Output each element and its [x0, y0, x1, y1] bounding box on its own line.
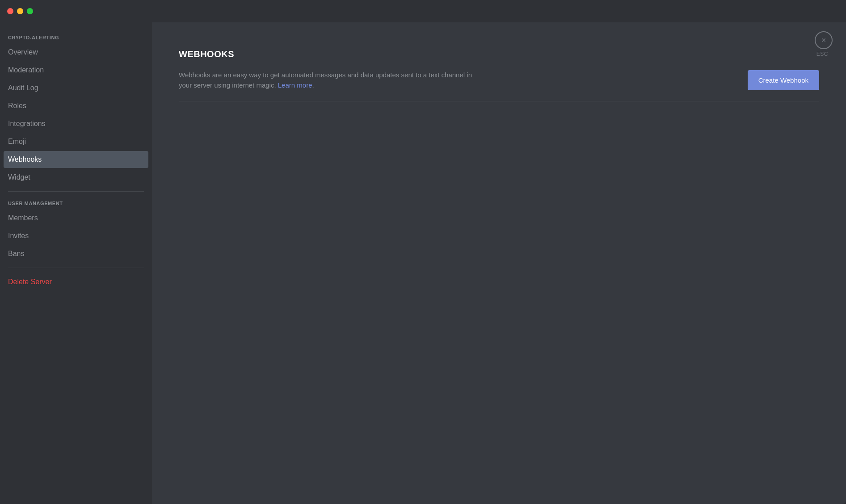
sidebar-item-webhooks[interactable]: Webhooks: [4, 151, 148, 168]
sidebar-item-emoji[interactable]: Emoji: [4, 133, 148, 150]
sidebar-item-invites[interactable]: Invites: [4, 227, 148, 244]
sidebar-item-integrations[interactable]: Integrations: [4, 115, 148, 132]
sidebar-item-moderation[interactable]: Moderation: [4, 62, 148, 79]
sidebar-item-audit-log[interactable]: Audit Log: [4, 80, 148, 97]
titlebar: [0, 0, 846, 22]
traffic-lights: [7, 8, 33, 14]
sidebar: CRYPTO-ALERTING Overview Moderation Audi…: [0, 22, 152, 504]
minimize-window-button[interactable]: [17, 8, 23, 14]
learn-more-link[interactable]: Learn more: [278, 81, 312, 89]
description-main-text: Webhooks are an easy way to get automate…: [179, 71, 472, 89]
create-webhook-button[interactable]: Create Webhook: [748, 70, 819, 90]
sidebar-item-overview[interactable]: Overview: [4, 44, 148, 61]
esc-label: ESC: [817, 51, 828, 57]
description-period: .: [312, 81, 314, 89]
page-title: WEBHOOKS: [179, 49, 819, 59]
description-text: Webhooks are an easy way to get automate…: [179, 70, 474, 90]
description-row: Webhooks are an easy way to get automate…: [179, 70, 819, 90]
app-window: CRYPTO-ALERTING Overview Moderation Audi…: [0, 0, 846, 504]
main-content: × ESC WEBHOOKS Webhooks are an easy way …: [152, 22, 846, 504]
sidebar-section-crypto: CRYPTO-ALERTING: [4, 31, 148, 42]
sidebar-item-members[interactable]: Members: [4, 210, 148, 227]
content-area: CRYPTO-ALERTING Overview Moderation Audi…: [0, 22, 846, 504]
close-button[interactable]: ×: [815, 31, 833, 49]
sidebar-item-widget[interactable]: Widget: [4, 169, 148, 186]
sidebar-item-bans[interactable]: Bans: [4, 245, 148, 262]
close-window-button[interactable]: [7, 8, 13, 14]
sidebar-divider-2: [8, 268, 144, 268]
sidebar-divider-1: [8, 191, 144, 192]
sidebar-item-delete-server[interactable]: Delete Server: [4, 273, 148, 290]
sidebar-item-roles[interactable]: Roles: [4, 97, 148, 114]
sidebar-section-user-management: USER MANAGEMENT: [4, 197, 148, 208]
maximize-window-button[interactable]: [27, 8, 33, 14]
content-divider: [179, 101, 819, 101]
